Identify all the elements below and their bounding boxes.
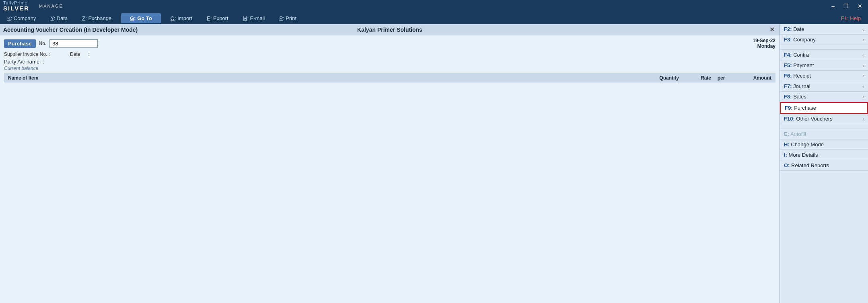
supplier-invoice-label: Supplier Invoice No. : — [4, 51, 50, 57]
panel-f7-arrow: ‹ — [862, 84, 864, 89]
panel-f4-arrow: ‹ — [862, 53, 864, 57]
panel-f7-key: F7: Journal — [784, 83, 810, 89]
menu-import-key: O — [171, 15, 175, 21]
voucher-type-badge: Purchase — [4, 39, 36, 48]
menu-export[interactable]: E: Export — [200, 13, 235, 23]
menu-goto[interactable]: G: Go To — [121, 13, 161, 23]
panel-f4-key: F4: Contra — [784, 52, 809, 58]
voucher-title: Accounting Voucher Creation (In Develope… — [3, 27, 138, 33]
panel-f5-arrow: ‹ — [862, 63, 864, 68]
panel-item-f10[interactable]: F10: Other Vouchers ‹ — [780, 114, 868, 124]
panel-item-related-reports[interactable]: O: Related Reports — [780, 160, 868, 171]
menu-goto-key: G — [130, 15, 134, 21]
purchase-row: Purchase No. 19-Sep-22 Monday — [4, 38, 775, 49]
panel-f2-key: F2: Date — [784, 26, 804, 32]
panel-related-reports-key: O: Related Reports — [784, 162, 829, 168]
panel-spacer-1 — [780, 45, 868, 50]
menu-bar: K: Company Y: Data Z: Exchange G: Go To … — [0, 12, 868, 24]
supplier-row: Supplier Invoice No. : Date : — [4, 51, 775, 57]
col-header-amount: Amount — [731, 75, 771, 81]
panel-item-f3[interactable]: F3: Company ‹ — [780, 35, 868, 45]
menu-company[interactable]: K: Company — [0, 13, 43, 23]
menu-data[interactable]: Y: Data — [43, 13, 75, 23]
menu-exchange[interactable]: Z: Exchange — [75, 13, 119, 23]
menu-import[interactable]: O: Import — [163, 13, 200, 23]
company-name: Kalyan Primer Solutions — [357, 27, 422, 33]
menu-exchange-key: Z — [82, 15, 85, 21]
voucher-date: 19-Sep-22 — [753, 38, 775, 43]
menu-data-label: : Data — [54, 15, 68, 21]
panel-f8-key: F8: Sales — [784, 94, 806, 100]
panel-item-f7[interactable]: F7: Journal ‹ — [780, 81, 868, 92]
panel-change-mode-key: H: Change Mode — [784, 141, 824, 147]
panel-more-details-key: I: More Details — [784, 152, 818, 158]
balance-label: Current balance — [4, 66, 38, 71]
panel-f3-arrow: ‹ — [862, 37, 864, 42]
party-colon: : — [43, 59, 44, 65]
close-voucher-button[interactable]: ✕ — [768, 26, 776, 33]
menu-print[interactable]: P: Print — [272, 13, 304, 23]
menu-right: F1: Help — [834, 13, 868, 23]
panel-item-f4[interactable]: F4: Contra ‹ — [780, 50, 868, 60]
menu-help-label: F1: Help — [841, 15, 861, 21]
voucher-number-input[interactable] — [49, 39, 98, 48]
balance-row: Current balance — [4, 66, 775, 71]
menu-email-label: : E-mail — [247, 15, 265, 21]
party-row: Party A/c name : — [4, 59, 775, 65]
panel-f5-key: F5: Payment — [784, 62, 814, 68]
panel-f10-key: F10: Other Vouchers — [784, 116, 833, 122]
manage-label: MANAGE — [39, 4, 63, 8]
date-colon: : — [88, 51, 89, 57]
panel-item-f9[interactable]: F9: Purchase — [780, 102, 868, 114]
panel-spacer-2 — [780, 124, 868, 129]
menu-company-key: K — [7, 15, 11, 21]
form-area: Purchase No. 19-Sep-22 Monday Supplier I… — [0, 35, 780, 303]
close-window-button[interactable]: ✕ — [855, 2, 865, 10]
menu-export-label: : Export — [210, 15, 228, 21]
main-wrapper: Accounting Voucher Creation (In Develope… — [0, 24, 868, 303]
panel-item-change-mode[interactable]: H: Change Mode — [780, 139, 868, 150]
date-label: Date — [70, 51, 80, 57]
brand: TallyPrime SILVER — [3, 0, 29, 12]
panel-f10-arrow: ‹ — [862, 117, 864, 121]
right-panel: F2: Date ‹ F3: Company ‹ F4: Contra ‹ F5… — [780, 24, 868, 303]
panel-f6-arrow: ‹ — [862, 74, 864, 78]
panel-item-f5[interactable]: F5: Payment ‹ — [780, 60, 868, 71]
party-label: Party A/c name — [4, 59, 39, 65]
voucher-day: Monday — [753, 43, 775, 49]
menu-print-label: : Print — [283, 15, 296, 21]
panel-item-autofill: E: Autofill — [780, 129, 868, 139]
brand-sub: TallyPrime — [3, 0, 29, 5]
panel-f2-arrow: ‹ — [862, 27, 864, 32]
menu-data-key: Y — [51, 15, 54, 21]
col-header-name: Name of Item — [8, 75, 631, 81]
panel-item-f6[interactable]: F6: Receipt ‹ — [780, 71, 868, 81]
col-header-per: per — [711, 75, 731, 81]
menu-company-label: : Company — [11, 15, 36, 21]
menu-import-label: : Import — [175, 15, 192, 21]
menu-goto-label: : Go To — [134, 15, 152, 21]
panel-item-more-details[interactable]: I: More Details — [780, 150, 868, 160]
menu-help[interactable]: F1: Help — [834, 13, 868, 23]
panel-f8-arrow: ‹ — [862, 94, 864, 99]
menu-exchange-label: : Exchange — [85, 15, 111, 21]
panel-item-f8[interactable]: F8: Sales ‹ — [780, 92, 868, 102]
menu-email[interactable]: M: E-mail — [236, 13, 272, 23]
panel-f9-key: F9: Purchase — [785, 105, 816, 111]
menu-email-key: M — [243, 15, 247, 21]
menu-export-key: E — [207, 15, 210, 21]
panel-f6-key: F6: Receipt — [784, 73, 811, 79]
panel-f3-key: F3: Company — [784, 37, 816, 43]
menu-print-key: P — [279, 15, 283, 21]
brand-main: SILVER — [3, 5, 29, 12]
content-area: Accounting Voucher Creation (In Develope… — [0, 24, 780, 303]
col-header-quantity: Quantity — [631, 75, 679, 81]
table-header: Name of Item Quantity Rate per Amount — [4, 74, 775, 82]
title-bar-left: TallyPrime SILVER MANAGE — [3, 0, 63, 12]
title-bar: TallyPrime SILVER MANAGE – ❐ ✕ — [0, 0, 868, 12]
col-header-rate: Rate — [679, 75, 711, 81]
panel-item-f2[interactable]: F2: Date ‹ — [780, 24, 868, 35]
minimize-button[interactable]: – — [829, 2, 837, 10]
date-display: 19-Sep-22 Monday — [753, 38, 775, 49]
restore-button[interactable]: ❐ — [841, 2, 851, 10]
